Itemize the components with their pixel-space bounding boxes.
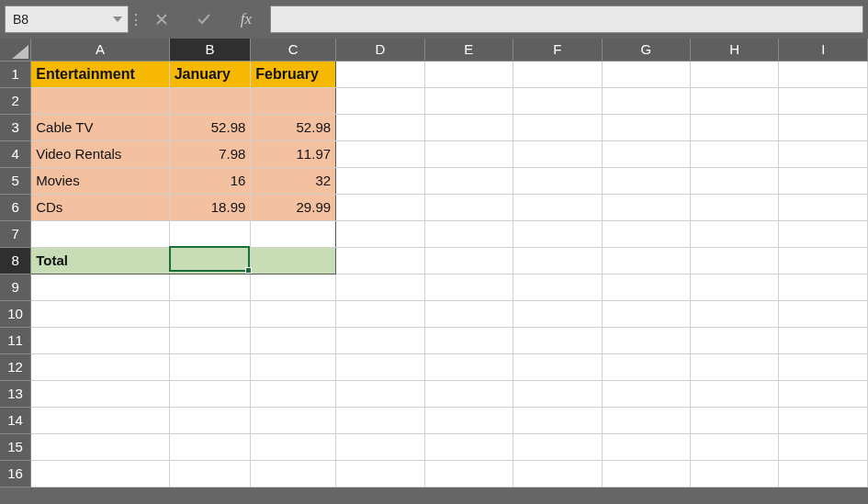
cell-C2[interactable] <box>251 87 336 114</box>
cell-B4[interactable]: 7.98 <box>169 140 251 167</box>
cell-F7[interactable] <box>513 220 602 247</box>
row-header-1[interactable]: 1 <box>0 61 31 87</box>
cell-G4[interactable] <box>602 140 691 167</box>
cell-B8[interactable] <box>169 247 251 274</box>
cell-D15[interactable] <box>336 433 424 460</box>
cell-G13[interactable] <box>602 380 691 407</box>
chevron-down-icon[interactable] <box>113 17 122 22</box>
cell-I7[interactable] <box>779 220 868 247</box>
cell-F6[interactable] <box>513 194 602 220</box>
row-header-2[interactable]: 2 <box>0 87 31 114</box>
row-header-8[interactable]: 8 <box>0 247 31 274</box>
cell-B1[interactable]: January <box>169 61 251 87</box>
cell-F10[interactable] <box>513 300 602 327</box>
cell-B14[interactable] <box>169 407 251 433</box>
row-header-10[interactable]: 10 <box>0 300 31 327</box>
cell-G3[interactable] <box>602 114 691 140</box>
cell-A10[interactable] <box>31 300 169 327</box>
cell-H8[interactable] <box>691 247 779 274</box>
cell-D2[interactable] <box>336 87 424 114</box>
cell-F1[interactable] <box>513 61 602 87</box>
cell-D10[interactable] <box>336 300 424 327</box>
cell-A4[interactable]: Video Rentals <box>31 140 169 167</box>
cell-A1[interactable]: Entertainment <box>31 61 169 87</box>
row-header-4[interactable]: 4 <box>0 140 31 167</box>
cell-C15[interactable] <box>251 433 336 460</box>
cell-F4[interactable] <box>513 140 602 167</box>
cell-H16[interactable] <box>691 460 779 487</box>
cell-C14[interactable] <box>251 407 336 433</box>
cell-D12[interactable] <box>336 353 424 380</box>
cell-D14[interactable] <box>336 407 424 433</box>
cell-G9[interactable] <box>602 274 691 300</box>
cell-C1[interactable]: February <box>251 61 336 87</box>
cell-I12[interactable] <box>779 353 868 380</box>
cell-D3[interactable] <box>336 114 424 140</box>
column-header-C[interactable]: C <box>251 39 336 61</box>
cell-I10[interactable] <box>779 300 868 327</box>
cell-A7[interactable] <box>31 220 169 247</box>
cell-F5[interactable] <box>513 167 602 194</box>
cell-E11[interactable] <box>424 327 513 353</box>
cell-D4[interactable] <box>336 140 424 167</box>
cell-B7[interactable] <box>169 220 251 247</box>
cell-I6[interactable] <box>779 194 868 220</box>
cell-D1[interactable] <box>336 61 424 87</box>
cell-H10[interactable] <box>691 300 779 327</box>
cell-H12[interactable] <box>691 353 779 380</box>
cell-I4[interactable] <box>779 140 868 167</box>
cell-I8[interactable] <box>779 247 868 274</box>
cell-D11[interactable] <box>336 327 424 353</box>
cell-H4[interactable] <box>691 140 779 167</box>
cell-D13[interactable] <box>336 380 424 407</box>
cell-C12[interactable] <box>251 353 336 380</box>
row-header-12[interactable]: 12 <box>0 353 31 380</box>
cell-B3[interactable]: 52.98 <box>169 114 251 140</box>
cell-G7[interactable] <box>602 220 691 247</box>
cell-G5[interactable] <box>602 167 691 194</box>
cell-H13[interactable] <box>691 380 779 407</box>
cell-I15[interactable] <box>779 433 868 460</box>
row-header-9[interactable]: 9 <box>0 274 31 300</box>
cell-I1[interactable] <box>779 61 868 87</box>
row-header-11[interactable]: 11 <box>0 327 31 353</box>
cell-B11[interactable] <box>169 327 251 353</box>
cell-A3[interactable]: Cable TV <box>31 114 169 140</box>
cell-C4[interactable]: 11.97 <box>251 140 336 167</box>
row-header-14[interactable]: 14 <box>0 407 31 433</box>
cell-H5[interactable] <box>691 167 779 194</box>
cell-H14[interactable] <box>691 407 779 433</box>
select-all-corner[interactable] <box>0 39 31 61</box>
cell-E7[interactable] <box>424 220 513 247</box>
cell-E15[interactable] <box>424 433 513 460</box>
cell-B13[interactable] <box>169 380 251 407</box>
cell-E10[interactable] <box>424 300 513 327</box>
cell-A13[interactable] <box>31 380 169 407</box>
cell-B6[interactable]: 18.99 <box>169 194 251 220</box>
cell-A14[interactable] <box>31 407 169 433</box>
cell-C3[interactable]: 52.98 <box>251 114 336 140</box>
cell-B12[interactable] <box>169 353 251 380</box>
cell-A5[interactable]: Movies <box>31 167 169 194</box>
cell-F3[interactable] <box>513 114 602 140</box>
cell-F8[interactable] <box>513 247 602 274</box>
cell-F12[interactable] <box>513 353 602 380</box>
cell-F15[interactable] <box>513 433 602 460</box>
cell-A16[interactable] <box>31 460 169 487</box>
cell-E1[interactable] <box>424 61 513 87</box>
column-header-G[interactable]: G <box>602 39 691 61</box>
cell-H9[interactable] <box>691 274 779 300</box>
cell-G10[interactable] <box>602 300 691 327</box>
formula-input[interactable] <box>270 6 863 33</box>
column-header-E[interactable]: E <box>424 39 513 61</box>
insert-function-button[interactable]: fx <box>228 6 265 33</box>
cell-E6[interactable] <box>424 194 513 220</box>
row-header-13[interactable]: 13 <box>0 380 31 407</box>
cell-B15[interactable] <box>169 433 251 460</box>
column-header-D[interactable]: D <box>336 39 424 61</box>
cell-D9[interactable] <box>336 274 424 300</box>
row-header-5[interactable]: 5 <box>0 167 31 194</box>
cell-E3[interactable] <box>424 114 513 140</box>
cell-C13[interactable] <box>251 380 336 407</box>
cell-G14[interactable] <box>602 407 691 433</box>
